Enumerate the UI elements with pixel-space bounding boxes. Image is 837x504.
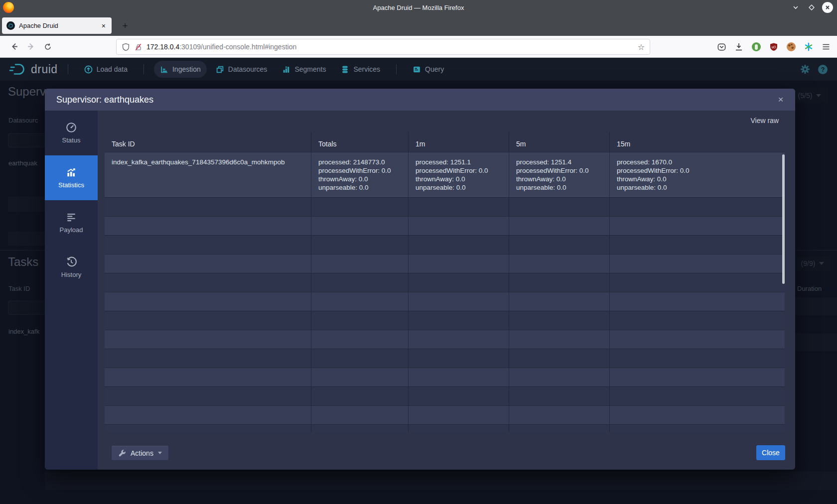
load-data-icon [84,65,93,74]
tab-status[interactable]: Status [45,111,98,155]
empty-cell [409,387,509,405]
table-row-empty [105,368,785,386]
empty-cell [610,236,785,254]
empty-cell [105,236,311,254]
bookmark-star-icon[interactable]: ☆ [638,42,645,52]
empty-cell [409,198,509,216]
nav-services-label: Services [353,65,380,73]
empty-cell [105,217,311,235]
empty-cell [409,368,509,386]
empty-cell [105,311,311,330]
druid-brand[interactable]: druid [9,62,58,76]
col-15m: 15m [610,132,785,152]
nav-ingestion[interactable]: Ingestion [154,61,207,78]
empty-cell [311,349,409,368]
table-row-empty [105,216,785,235]
empty-cell [311,387,409,405]
table-scrollbar[interactable] [782,154,785,284]
empty-cell [610,254,785,273]
empty-cell [509,425,610,432]
nav-load-data-label: Load data [97,65,128,73]
supervisor-dialog: Supervisor: earthquakes × Status Statist… [45,89,795,470]
table-row-empty [105,405,785,424]
empty-cell [610,273,785,292]
table-row-empty [105,349,785,368]
wrench-icon [118,449,126,457]
statistics-table: Task ID Totals 1m 5m 15m index_kafka_ear… [105,132,785,432]
nav-segments[interactable]: Segments [276,61,332,78]
table-header-row: Task ID Totals 1m 5m 15m [105,132,785,152]
empty-cell [311,292,409,311]
tab-history[interactable]: History [45,245,98,290]
empty-cell [311,406,409,424]
empty-cell [409,273,509,292]
help-icon[interactable]: ? [818,64,828,75]
tab-close-button[interactable]: × [100,22,107,30]
navbar-separator [396,64,397,74]
window-close-button[interactable] [822,2,833,13]
downloads-icon[interactable] [734,42,744,52]
tab-apache-druid[interactable]: Apache Druid × [2,17,112,34]
tab-payload-label: Payload [60,226,83,234]
window-minimize-button[interactable] [790,2,801,13]
menu-hamburger-icon[interactable] [821,42,831,52]
empty-cell [509,236,610,254]
asterisk-extension-icon[interactable] [804,42,814,52]
empty-cell [311,311,409,330]
tab-history-label: History [61,271,81,278]
empty-cell [311,330,409,349]
dialog-close-icon[interactable]: × [775,94,786,105]
empty-cell [105,387,311,405]
empty-cell [409,330,509,349]
ublock-origin-icon[interactable]: uO [769,42,779,52]
new-tab-button[interactable]: + [120,20,131,31]
nav-services[interactable]: Services [335,61,386,78]
tab-payload[interactable]: Payload [45,200,98,245]
table-row: index_kafka_earthquakes_7184357396d6c0a_… [105,152,785,197]
tab-statistics[interactable]: Statistics [45,155,98,200]
view-raw-link[interactable]: View raw [750,117,779,125]
empty-cell [409,236,509,254]
cell-15m: processed: 1670.0processedWithError: 0.0… [610,152,785,197]
table-row-empty [105,292,785,311]
empty-cell [509,198,610,216]
druid-brand-label: druid [31,63,58,76]
empty-cell [610,368,785,386]
forward-button[interactable] [24,40,38,54]
empty-cell [509,254,610,273]
empty-cell [105,330,311,349]
nav-datasources[interactable]: Datasources [210,61,274,78]
pocket-icon[interactable] [716,42,726,52]
reload-button[interactable] [41,40,55,54]
empty-cell [105,273,311,292]
tab-bar: Apache Druid × + [0,15,837,36]
url-bar[interactable]: 172.18.0.4:30109/unified-console.html#in… [116,39,650,55]
table-row-empty [105,330,785,349]
actions-button[interactable]: Actions [111,445,169,461]
table-row-empty [105,311,785,330]
nav-ingestion-label: Ingestion [172,65,201,73]
url-host: 172.18.0.4 [146,43,179,51]
settings-gear-icon[interactable] [800,64,810,74]
empty-cell [311,217,409,235]
badger-glyph [752,42,761,51]
back-button[interactable] [7,40,21,54]
cell-1m: processed: 1251.1processedWithError: 0.0… [409,152,509,197]
empty-cell [105,292,311,311]
cookie-extension-icon[interactable] [786,42,796,52]
nav-query[interactable]: Query [407,61,450,78]
col-task-id: Task ID [105,132,311,152]
chart-icon [66,167,77,178]
tracking-shield-icon [122,43,130,51]
close-button[interactable]: Close [756,445,785,460]
empty-cell [509,387,610,405]
window-maximize-button[interactable] [806,2,817,13]
window-titlebar: Apache Druid — Mozilla Firefox [0,0,837,15]
empty-cell [409,349,509,368]
empty-cell [509,330,610,349]
empty-cell [105,198,311,216]
empty-cell [610,292,785,311]
nav-load-data[interactable]: Load data [78,61,134,78]
datasources-icon [216,65,224,74]
privacy-badger-icon[interactable] [751,42,761,52]
